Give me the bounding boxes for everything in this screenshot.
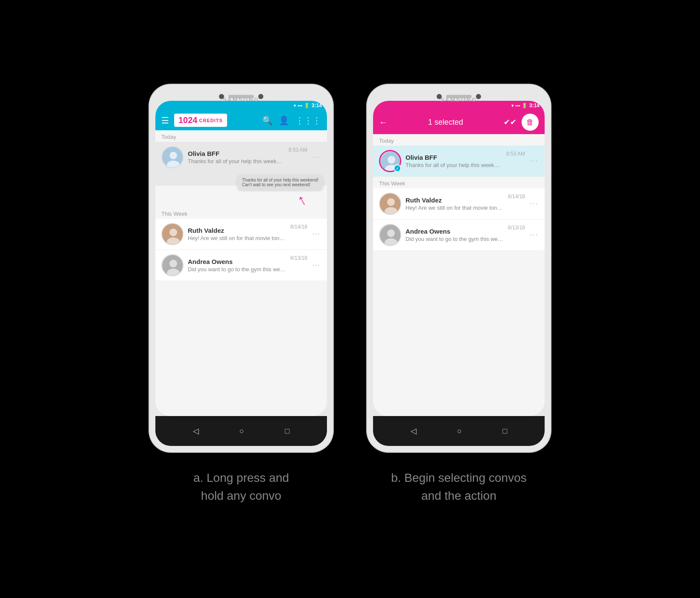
back-hw-btn-a[interactable]: ◁	[193, 426, 199, 436]
phone-bottom-a: ◁ ○ □	[155, 416, 327, 446]
status-time-b: 3:14	[529, 103, 540, 108]
phone-b-section: SAMSUNG ▾ ▪▪▪ 🔋 3:14	[367, 85, 551, 505]
recents-hw-btn-b[interactable]: □	[502, 427, 507, 436]
dots-menu-ruth-a[interactable]: ⋮	[312, 230, 321, 238]
section-today-a: Today	[155, 130, 327, 142]
convo-name-ruth-a: Ruth Valdez	[188, 227, 286, 234]
phone-b: SAMSUNG ▾ ▪▪▪ 🔋 3:14	[367, 85, 551, 452]
home-hw-btn-a[interactable]: ○	[239, 427, 244, 436]
convo-time-ruth-b: 8/14/18	[508, 193, 525, 199]
recents-hw-btn-a[interactable]: □	[285, 427, 289, 436]
svg-point-17	[387, 229, 395, 237]
caption-a: a. Long press and hold any convo	[193, 469, 289, 505]
convo-item-ruth-b[interactable]: Ruth Valdez Hey! Are we still on for tha…	[373, 188, 545, 220]
convo-details-olivia-a: Olivia BFF Thanks for all of your help t…	[188, 150, 284, 164]
convo-time-andrea-b: 8/13/18	[508, 225, 525, 231]
page-wrapper: SAMSUNG ▾ ▪▪▪ 🔋 3:14	[0, 0, 700, 598]
battery-icon-a: 🔋	[304, 103, 310, 108]
convo-list-b: Today	[373, 134, 545, 416]
phone-a-screen: ▾ ▪▪▪ 🔋 3:14 ☰ 1024 CREDITS	[155, 101, 327, 416]
avatar-wrapper-andrea-b	[379, 224, 401, 246]
app-bar-a: ☰ 1024 CREDITS 🔍 👤 ⋮⋮⋮	[155, 110, 327, 130]
grid-icon-a[interactable]: ⋮⋮⋮	[295, 115, 321, 126]
check-all-icon-b[interactable]: ✔✔	[504, 117, 516, 127]
avatar-check-olivia-b: ✓	[394, 164, 401, 172]
avatar-wrapper-andrea-a	[161, 254, 184, 276]
status-icons-a: ▾ ▪▪▪ 🔋	[294, 103, 310, 108]
status-time-a: 3:14	[312, 103, 322, 108]
convo-preview-ruth-a: Hey! Are we still on for that movie toni…	[188, 235, 286, 241]
dots-menu-andrea-b[interactable]: ⋮	[529, 231, 539, 239]
samsung-label-a: SAMSUNG	[223, 97, 260, 103]
selected-count-b: 1 selected	[393, 118, 499, 127]
avatar-wrapper-ruth-a	[161, 223, 184, 245]
dots-menu-andrea-a[interactable]: ⋮	[312, 261, 321, 270]
dots-menu-olivia-a[interactable]: ⋮	[312, 153, 321, 161]
section-thisweek-a: This Week	[155, 207, 327, 219]
convo-details-olivia-b: Olivia BFF Thanks for all of your help t…	[405, 154, 502, 168]
section-thisweek-b: This Week	[373, 177, 545, 188]
convo-time-olivia-a: 8:53 AM	[289, 147, 307, 153]
credits-badge: 1024 CREDITS	[174, 114, 227, 127]
convo-name-andrea-b: Andrea Owens	[405, 228, 504, 235]
avatar-olivia-a	[161, 146, 184, 168]
search-icon-a[interactable]: 🔍	[262, 115, 273, 126]
convo-details-andrea-a: Andrea Owens Did you want to go to the g…	[188, 258, 286, 273]
convo-item-olivia-a[interactable]: Olivia BFF Thanks for all of your help t…	[155, 142, 327, 186]
svg-point-5	[169, 229, 177, 236]
convo-item-olivia-b[interactable]: ✓ Olivia BFF Thanks for all of your help…	[373, 146, 545, 177]
delete-btn-b[interactable]: 🗑	[522, 114, 539, 131]
wifi-icon-b: ▾	[511, 103, 514, 108]
convo-details-andrea-b: Andrea Owens Did you want to go to the g…	[405, 228, 504, 242]
avatar-andrea-b	[379, 224, 401, 246]
app-bar-b-icons: ✔✔ 🗑	[504, 114, 539, 131]
back-icon-b[interactable]: ←	[379, 117, 388, 127]
avatar-ruth-b	[379, 193, 401, 215]
convo-preview-olivia-b: Thanks for all of your help this weekend…	[405, 162, 502, 168]
contact-icon-a[interactable]: 👤	[279, 115, 289, 126]
app-bar-b: ← 1 selected ✔✔ 🗑	[373, 110, 545, 134]
dots-menu-olivia-b[interactable]: ⋮	[529, 157, 539, 165]
home-hw-btn-b[interactable]: ○	[457, 427, 462, 436]
convo-preview-olivia-a: Thanks for all of your help this weekend…	[188, 158, 284, 164]
phone-bottom-b: ◁ ○ □	[373, 416, 545, 446]
phones-row: SAMSUNG ▾ ▪▪▪ 🔋 3:14	[149, 85, 551, 505]
convo-preview-ruth-b: Hey! Are we still on for that movie toni…	[405, 205, 504, 211]
convo-time-ruth-a: 8/14/18	[290, 224, 307, 230]
signal-icon-a: ▪▪▪	[298, 103, 303, 108]
section-today-b: Today	[373, 134, 545, 146]
phone-a-inner: ▾ ▪▪▪ 🔋 3:14 ☰ 1024 CREDITS	[155, 101, 327, 416]
battery-icon-b: 🔋	[522, 103, 528, 108]
convo-item-andrea-a[interactable]: Andrea Owens Did you want to go to the g…	[155, 250, 327, 281]
convo-name-ruth-b: Ruth Valdez	[405, 196, 504, 204]
convo-item-ruth-a[interactable]: Ruth Valdez Hey! Are we still on for tha…	[155, 219, 327, 250]
convo-details-ruth-a: Ruth Valdez Hey! Are we still on for tha…	[188, 227, 286, 241]
convo-name-olivia-a: Olivia BFF	[188, 150, 284, 157]
convo-list-a: Today	[155, 130, 327, 416]
svg-point-8	[169, 260, 177, 267]
avatar-wrapper-olivia-b: ✓	[379, 150, 401, 172]
convo-name-olivia-b: Olivia BFF	[405, 154, 502, 161]
avatar-ruth-a	[161, 223, 184, 245]
samsung-label-b: SAMSUNG	[440, 97, 478, 103]
hamburger-icon-a[interactable]: ☰	[161, 115, 169, 126]
phone-b-screen: ▾ ▪▪▪ 🔋 3:14 ← 1 selected ✔✔	[373, 101, 545, 416]
svg-point-11	[388, 156, 395, 164]
convo-item-andrea-b[interactable]: Andrea Owens Did you want to go to the g…	[373, 220, 545, 251]
caption-b: b. Begin selecting convos and the action	[391, 469, 527, 505]
dots-menu-ruth-b[interactable]: ⋮	[529, 200, 539, 208]
wifi-icon-a: ▾	[294, 103, 296, 108]
convo-preview-andrea-b: Did you want to go to the gym this week …	[405, 236, 504, 242]
credits-label: CREDITS	[199, 118, 223, 123]
app-bar-icons-a: 🔍 👤 ⋮⋮⋮	[262, 115, 321, 126]
convo-preview-andrea-a: Did you want to go to the gym this week …	[188, 266, 286, 273]
credits-number: 1024	[178, 115, 198, 125]
phone-a-section: SAMSUNG ▾ ▪▪▪ 🔋 3:14	[149, 85, 333, 505]
convo-time-andrea-a: 8/13/18	[290, 255, 307, 261]
status-icons-b: ▾ ▪▪▪ 🔋	[511, 103, 528, 108]
avatar-wrapper-olivia-a	[161, 146, 184, 168]
back-hw-btn-b[interactable]: ◁	[411, 426, 417, 436]
arrow-annotation-a: ↑	[294, 190, 310, 209]
svg-point-14	[387, 198, 395, 206]
signal-icon-b: ▪▪▪	[515, 103, 520, 108]
